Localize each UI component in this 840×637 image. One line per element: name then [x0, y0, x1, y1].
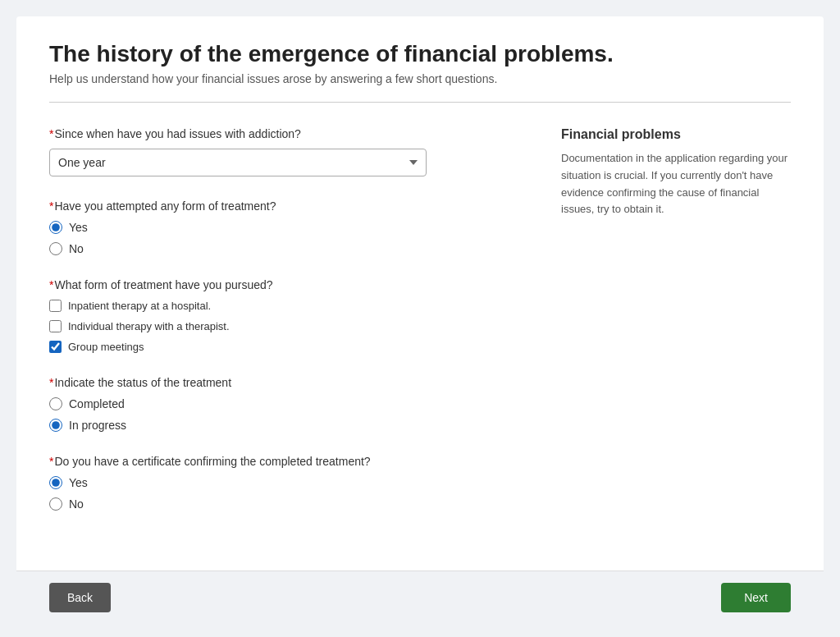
certificate-no-option[interactable]: No — [49, 497, 528, 511]
certificate-yes-option[interactable]: Yes — [49, 476, 528, 489]
required-star-3: * — [49, 278, 53, 291]
treatment-form-checkbox-group: Inpatient therapy at a hospital. Individ… — [49, 300, 528, 353]
group-meetings-label: Group meetings — [68, 341, 144, 353]
individual-therapy-checkbox[interactable] — [49, 320, 62, 332]
addiction-duration-select[interactable]: Less than 6 months 6 months One year 2 y… — [49, 149, 427, 176]
page-subtitle: Help us understand how your financial is… — [49, 72, 791, 85]
question-4-group: *Indicate the status of the treatment Co… — [49, 376, 528, 432]
status-completed-radio[interactable] — [49, 397, 62, 410]
status-inprogress-label: In progress — [69, 419, 126, 432]
certificate-yes-label: Yes — [69, 476, 88, 489]
inpatient-therapy-checkbox[interactable] — [49, 300, 62, 312]
individual-therapy-option[interactable]: Individual therapy with a therapist. — [49, 320, 528, 332]
status-completed-option[interactable]: Completed — [49, 397, 528, 410]
question-1-label: *Since when have you had issues with add… — [49, 127, 528, 140]
question-3-label: *What form of treatment have you pursued… — [49, 278, 528, 291]
sidebar-card-text: Documentation in the application regardi… — [561, 150, 791, 218]
required-star-5: * — [49, 455, 53, 468]
sidebar-info-card: Financial problems Documentation in the … — [561, 127, 791, 218]
inpatient-therapy-label: Inpatient therapy at a hospital. — [68, 300, 211, 312]
certificate-no-label: No — [69, 497, 84, 511]
question-3-group: *What form of treatment have you pursued… — [49, 278, 528, 353]
question-2-group: *Have you attempted any form of treatmen… — [49, 199, 528, 255]
right-column: Financial problems Documentation in the … — [561, 127, 791, 534]
treatment-yes-radio[interactable] — [49, 221, 62, 234]
page-title: The history of the emergence of financia… — [49, 41, 791, 67]
certificate-radio-group: Yes No — [49, 476, 528, 511]
certificate-no-radio[interactable] — [49, 497, 62, 511]
content-layout: *Since when have you had issues with add… — [49, 127, 791, 534]
question-5-label: *Do you have a certificate confirming th… — [49, 455, 528, 468]
treatment-yes-label: Yes — [69, 221, 88, 234]
group-meetings-checkbox[interactable] — [49, 341, 62, 353]
status-completed-label: Completed — [69, 397, 125, 410]
group-meetings-option[interactable]: Group meetings — [49, 341, 528, 353]
certificate-yes-radio[interactable] — [49, 476, 62, 489]
treatment-yes-option[interactable]: Yes — [49, 221, 528, 234]
inpatient-therapy-option[interactable]: Inpatient therapy at a hospital. — [49, 300, 528, 312]
required-star-4: * — [49, 376, 53, 389]
next-button[interactable]: Next — [721, 583, 791, 612]
back-button[interactable]: Back — [49, 583, 111, 612]
sidebar-card-title: Financial problems — [561, 127, 791, 142]
treatment-no-option[interactable]: No — [49, 242, 528, 255]
question-5-group: *Do you have a certificate confirming th… — [49, 455, 528, 511]
left-column: *Since when have you had issues with add… — [49, 127, 528, 534]
status-inprogress-option[interactable]: In progress — [49, 419, 528, 432]
individual-therapy-label: Individual therapy with a therapist. — [68, 320, 230, 332]
question-2-label: *Have you attempted any form of treatmen… — [49, 199, 528, 213]
question-4-label: *Indicate the status of the treatment — [49, 376, 528, 389]
question-1-group: *Since when have you had issues with add… — [49, 127, 528, 176]
treatment-attempted-radio-group: Yes No — [49, 221, 528, 255]
page-container: The history of the emergence of financia… — [16, 16, 824, 624]
treatment-status-radio-group: Completed In progress — [49, 397, 528, 432]
footer-bar: Back Next — [16, 571, 824, 624]
required-star-2: * — [49, 199, 53, 213]
required-star-1: * — [49, 127, 53, 140]
status-inprogress-radio[interactable] — [49, 419, 62, 432]
treatment-no-label: No — [69, 242, 84, 255]
divider — [49, 102, 791, 103]
treatment-no-radio[interactable] — [49, 242, 62, 255]
